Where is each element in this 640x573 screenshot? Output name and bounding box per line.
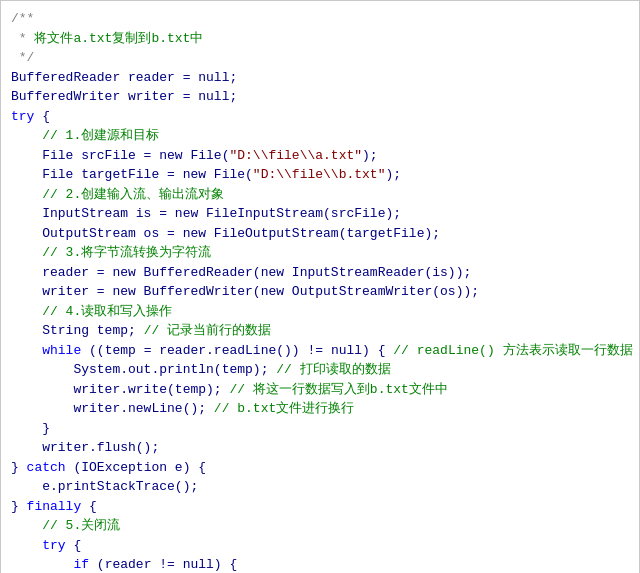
line-13: // 3.将字节流转换为字符流 (11, 245, 211, 260)
line-9: File targetFile = new File("D:\\file\\b.… (11, 167, 401, 182)
line-24: } catch (IOException e) { (11, 460, 206, 475)
line-26: } finally { (11, 499, 97, 514)
line-17: String temp; // 记录当前行的数据 (11, 323, 271, 338)
line-14: reader = new BufferedReader(new InputStr… (11, 265, 471, 280)
line-7: // 1.创建源和目标 (11, 128, 159, 143)
line-8: File srcFile = new File("D:\\file\\a.txt… (11, 148, 378, 163)
line-11: InputStream is = new FileInputStream(src… (11, 206, 401, 221)
line-25: e.printStackTrace(); (11, 479, 198, 494)
line-1: /** (11, 11, 34, 26)
line-6: try { (11, 109, 50, 124)
code-editor: /** * 将文件a.txt复制到b.txt中 */ BufferedReade… (0, 0, 640, 573)
line-3: */ (11, 50, 34, 65)
line-23: writer.flush(); (11, 440, 159, 455)
line-19: System.out.println(temp); // 打印读取的数据 (11, 362, 391, 377)
line-2: * 将文件a.txt复制到b.txt中 (11, 31, 203, 46)
line-28: try { (11, 538, 81, 553)
line-5: BufferedWriter writer = null; (11, 89, 237, 104)
line-20: writer.write(temp); // 将这一行数据写入到b.txt文件中 (11, 382, 448, 397)
line-22: } (11, 421, 50, 436)
line-4: BufferedReader reader = null; (11, 70, 237, 85)
line-16: // 4.读取和写入操作 (11, 304, 172, 319)
line-18: while ((temp = reader.readLine()) != nul… (11, 343, 633, 358)
line-27: // 5.关闭流 (11, 518, 120, 533)
line-12: OutputStream os = new FileOutputStream(t… (11, 226, 440, 241)
line-10: // 2.创建输入流、输出流对象 (11, 187, 224, 202)
line-29: if (reader != null) { (11, 557, 237, 572)
line-21: writer.newLine(); // b.txt文件进行换行 (11, 401, 354, 416)
line-15: writer = new BufferedWriter(new OutputSt… (11, 284, 479, 299)
